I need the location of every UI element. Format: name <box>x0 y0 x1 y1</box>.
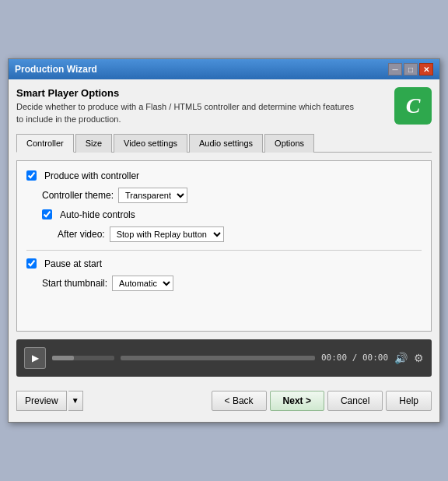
controller-theme-select[interactable]: Transparent Dark Light <box>118 188 187 203</box>
settings-icon[interactable]: ⚙ <box>414 352 424 364</box>
footer: Preview ▼ < Back Next > Cancel Help <box>16 384 432 414</box>
divider <box>26 250 422 251</box>
titlebar-controls: ─ □ ✕ <box>388 63 433 75</box>
tab-controller[interactable]: Controller <box>16 134 74 153</box>
preview-button[interactable]: Preview <box>16 391 67 411</box>
controller-panel: Produce with controller Controller theme… <box>16 160 432 332</box>
production-wizard-window: Production Wizard ─ □ ✕ Smart Player Opt… <box>8 58 440 423</box>
minimize-button[interactable]: ─ <box>388 63 402 75</box>
titlebar-title: Production Wizard <box>15 64 97 75</box>
controller-theme-label: Controller theme: <box>42 190 114 201</box>
buffer-bar <box>52 356 114 360</box>
footer-left: Preview ▼ <box>16 391 83 411</box>
back-button[interactable]: < Back <box>212 391 267 411</box>
pause-at-start-checkbox[interactable] <box>26 258 37 269</box>
start-thumbnail-row: Start thumbnail: Automatic None Custom <box>42 276 422 291</box>
pause-at-start-label: Pause at start <box>44 258 102 269</box>
auto-hide-label: Auto-hide controls <box>60 209 135 220</box>
preview-dropdown-button[interactable]: ▼ <box>68 391 83 411</box>
main-content: Smart Player Options Decide whether to p… <box>9 79 439 422</box>
produce-with-controller-checkbox[interactable] <box>26 170 37 181</box>
help-button[interactable]: Help <box>386 391 432 411</box>
time-display: 00:00 / 00:00 <box>321 353 388 363</box>
after-video-row: After video: Stop with Replay button Sto… <box>58 226 422 242</box>
section-description: Decide whether to produce with a Flash /… <box>16 101 359 125</box>
tab-audio-settings[interactable]: Audio settings <box>189 134 263 153</box>
player-bar: ▶ 00:00 / 00:00 🔊 ⚙ <box>16 339 432 377</box>
footer-right: < Back Next > Cancel Help <box>212 391 432 411</box>
cancel-button[interactable]: Cancel <box>327 391 383 411</box>
start-thumbnail-select[interactable]: Automatic None Custom <box>112 276 173 291</box>
start-thumbnail-label: Start thumbnail: <box>42 278 107 289</box>
tab-options[interactable]: Options <box>264 134 314 153</box>
next-button[interactable]: Next > <box>270 391 324 411</box>
auto-hide-checkbox[interactable] <box>42 209 52 219</box>
produce-with-controller-label: Produce with controller <box>44 170 139 181</box>
auto-hide-row: Auto-hide controls <box>42 209 422 220</box>
pause-at-start-row: Pause at start <box>26 258 422 269</box>
section-title: Smart Player Options <box>16 87 359 99</box>
header-text: Smart Player Options Decide whether to p… <box>16 87 359 125</box>
buffer-fill <box>52 356 74 360</box>
play-button[interactable]: ▶ <box>24 347 46 369</box>
window-title: Production Wizard <box>15 64 97 75</box>
tab-size[interactable]: Size <box>75 134 112 153</box>
progress-bar[interactable] <box>121 356 315 360</box>
after-video-label: After video: <box>58 229 105 240</box>
close-button[interactable]: ✕ <box>419 63 433 75</box>
camtasia-logo: C <box>394 87 432 125</box>
header-section: Smart Player Options Decide whether to p… <box>16 87 432 125</box>
maximize-button[interactable]: □ <box>404 63 418 75</box>
controller-theme-row: Controller theme: Transparent Dark Light <box>42 188 422 203</box>
volume-icon[interactable]: 🔊 <box>394 352 408 364</box>
produce-with-controller-row: Produce with controller <box>26 170 422 181</box>
titlebar: Production Wizard ─ □ ✕ <box>9 59 439 79</box>
tabs-container: Controller Size Video settings Audio set… <box>16 133 432 153</box>
tab-video-settings[interactable]: Video settings <box>114 134 187 153</box>
after-video-select[interactable]: Stop with Replay button Stop Loop Pause <box>110 226 224 242</box>
